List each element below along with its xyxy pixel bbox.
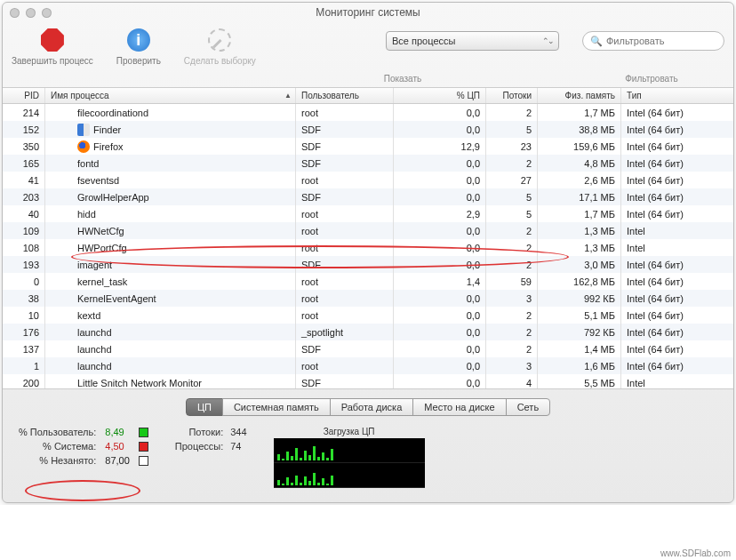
tab-memory[interactable]: Системная память [222,398,331,416]
cell-threads: 2 [486,340,538,357]
cell-memory: 5,5 МБ [538,374,621,388]
cell-threads: 2 [486,222,538,239]
cell-cpu: 0,0 [394,104,486,121]
col-name[interactable]: Имя процесса▲ [45,88,296,103]
threads-value: 344 [230,427,246,437]
cell-memory: 3,0 МБ [538,256,621,273]
cell-pid: 0 [3,273,45,290]
swatch-user [139,428,148,437]
cell-user: root [296,307,394,324]
table-row[interactable]: 38KernelEventAgentroot0,03992 КБIntel (6… [3,290,733,307]
cell-memory: 1,7 МБ [538,205,621,222]
finder-icon [77,124,90,136]
titlebar: Мониторинг системы [3,3,733,22]
col-type[interactable]: Тип [621,88,733,103]
cell-user: root [296,205,394,222]
table-row[interactable]: 109HWNetCfgroot0,021,3 МБIntel [3,222,733,239]
toolbar-sublabels: Показать Фильтровать [3,74,733,87]
cell-user: root [296,290,394,307]
tab-network[interactable]: Сеть [506,398,550,416]
cell-memory: 1,4 МБ [538,340,621,357]
cell-type: Intel (64 бит) [621,307,733,324]
table-row[interactable]: 176launchd_spotlight0,02792 КБIntel (64 … [3,324,733,340]
table-row[interactable]: 193imagentSDF0,023,0 МБIntel (64 бит) [3,256,733,273]
cell-memory: 17,1 МБ [538,188,621,205]
cell-memory: 159,6 МБ [538,138,621,155]
cell-user: SDF [296,340,394,357]
cell-type: Intel (64 бит) [621,188,733,205]
sys-pct-value: 4,50 [105,441,130,452]
cell-type: Intel [621,374,733,388]
cell-user: root [296,172,394,188]
table-row[interactable]: 165fontdSDF0,024,8 МБIntel (64 бит) [3,155,733,172]
cell-name: fontd [45,155,296,172]
search-input[interactable] [606,36,716,46]
cell-threads: 5 [486,188,538,205]
process-filter-combo[interactable]: Все процессы [386,31,559,51]
inspect-button[interactable]: i Проверить [116,26,161,66]
cell-type: Intel (64 бит) [621,290,733,307]
search-field[interactable]: 🔍 [582,31,724,51]
cell-user: root [296,357,394,374]
cell-name: fseventsd [45,172,296,188]
col-pid[interactable]: PID [3,88,45,103]
cell-threads: 2 [486,256,538,273]
stop-icon [41,28,64,52]
table-row[interactable]: 137launchdSDF0,021,4 МБIntel (64 бит) [3,340,733,357]
col-threads[interactable]: Потоки [486,88,538,103]
table-row[interactable]: 0kernel_taskroot1,459162,8 МБIntel (64 б… [3,273,733,290]
tab-cpu[interactable]: ЦП [186,398,223,416]
table-row[interactable]: 41fseventsdroot0,0272,6 МБIntel (64 бит) [3,172,733,188]
table-row[interactable]: 1launchdroot0,031,6 МБIntel (64 бит) [3,357,733,374]
cell-type: Intel (64 бит) [621,172,733,188]
cell-type: Intel (64 бит) [621,256,733,273]
cell-cpu: 0,0 [394,324,486,340]
cell-cpu: 12,9 [394,138,486,155]
cell-type: Intel (64 бит) [621,205,733,222]
col-cpu[interactable]: % ЦП [394,88,486,103]
table-row[interactable]: 203GrowlHelperAppSDF0,0517,1 МБIntel (64… [3,188,733,205]
table-row[interactable]: 214filecoordinationdroot0,021,7 МБIntel … [3,104,733,121]
cell-cpu: 0,0 [394,290,486,307]
table-row[interactable]: 40hiddroot2,951,7 МБIntel (64 бит) [3,205,733,222]
info-icon: i [127,28,150,52]
cell-memory: 2,6 МБ [538,172,621,188]
window-title: Мониторинг системы [3,6,733,19]
table-row[interactable]: 350FirefoxSDF12,923159,6 МБIntel (64 бит… [3,138,733,155]
cell-pid: 108 [3,239,45,256]
cell-threads: 3 [486,290,538,307]
cell-type: Intel [621,239,733,256]
quit-process-button[interactable]: Завершить процесс [12,26,93,66]
table-row[interactable]: 200Little Snitch Network MonitorSDF0,045… [3,374,733,388]
col-user[interactable]: Пользователь [296,88,394,103]
cell-name: KernelEventAgent [45,290,296,307]
tab-disk-usage[interactable]: Место на диске [412,398,506,416]
cell-type: Intel (64 бит) [621,155,733,172]
cell-name: kextd [45,307,296,324]
cell-memory: 38,8 МБ [538,121,621,138]
cell-user: root [296,239,394,256]
cell-cpu: 0,0 [394,374,486,388]
table-row[interactable]: 10kextdroot0,025,1 МБIntel (64 бит) [3,307,733,324]
cell-name: imagent [45,256,296,273]
sample-button[interactable]: Сделать выборку [184,26,256,66]
cell-memory: 992 КБ [538,290,621,307]
cell-name: HWPortCfg [45,239,296,256]
cell-pid: 40 [3,205,45,222]
search-icon: 🔍 [590,36,603,47]
cell-name: Firefox [45,138,296,155]
cell-cpu: 0,0 [394,222,486,239]
tab-disk-activity[interactable]: Работа диска [330,398,414,416]
sample-label: Сделать выборку [184,56,256,66]
inspect-label: Проверить [116,56,161,66]
cell-cpu: 0,0 [394,256,486,273]
table-row[interactable]: 108HWPortCfgroot0,021,3 МБIntel [3,239,733,256]
table-row[interactable]: 152FinderSDF0,0538,8 МБIntel (64 бит) [3,121,733,138]
cell-name: kernel_task [45,273,296,290]
cell-pid: 200 [3,374,45,388]
cell-threads: 2 [486,239,538,256]
col-memory[interactable]: Физ. память [538,88,621,103]
combo-value: Все процессы [392,36,455,46]
cell-threads: 59 [486,273,538,290]
cpu-graph-title: Загрузка ЦП [274,427,425,436]
